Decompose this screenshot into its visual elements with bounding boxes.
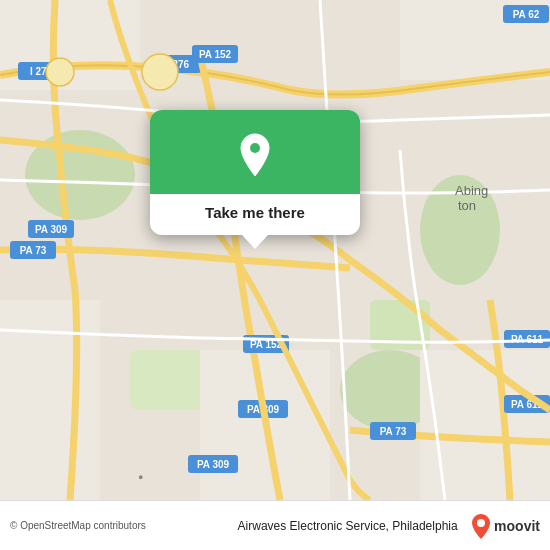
svg-point-40 — [46, 58, 74, 86]
svg-text:Abing: Abing — [455, 183, 488, 198]
svg-text:PA 309: PA 309 — [35, 224, 68, 235]
location-label: Airwaves Electronic Service, Philadelphi… — [238, 519, 458, 533]
svg-text:ton: ton — [458, 198, 476, 213]
svg-text:PA 62: PA 62 — [513, 9, 540, 20]
map-pin-icon — [236, 132, 274, 176]
moovit-logo: moovit — [470, 513, 540, 539]
svg-text:PA 73: PA 73 — [20, 245, 47, 256]
location-popup: Take me there — [150, 110, 360, 235]
map-view: I 276 I 276 PA 309 PA 309 PA 309 PA 152 … — [0, 0, 550, 500]
take-me-there-button[interactable]: Take me there — [150, 194, 360, 235]
svg-rect-10 — [420, 350, 550, 500]
moovit-pin-icon — [470, 513, 492, 539]
map-attribution: © OpenStreetMap contributors — [10, 520, 146, 531]
svg-point-41 — [250, 143, 260, 153]
popup-header — [150, 110, 360, 194]
svg-text:●: ● — [138, 472, 143, 482]
svg-text:PA 73: PA 73 — [380, 426, 407, 437]
moovit-brand-text: moovit — [494, 518, 540, 534]
svg-point-39 — [142, 54, 178, 90]
svg-text:PA 152: PA 152 — [199, 49, 232, 60]
svg-text:PA 309: PA 309 — [197, 459, 230, 470]
svg-point-42 — [477, 519, 485, 527]
bottom-bar: © OpenStreetMap contributors Airwaves El… — [0, 500, 550, 550]
svg-rect-5 — [130, 350, 210, 410]
